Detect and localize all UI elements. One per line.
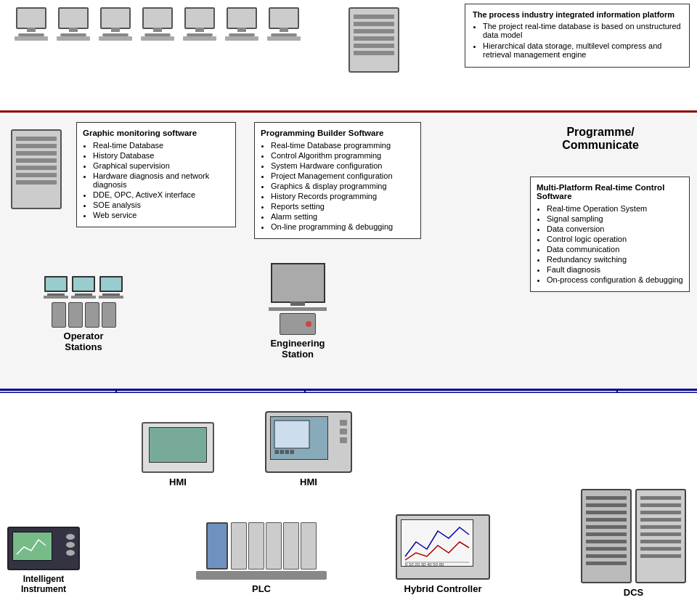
pb-item-2: System Hardware configuration xyxy=(271,161,415,170)
hmi1-group: HMI xyxy=(142,422,214,487)
plc-module-2 xyxy=(248,522,264,570)
info-box-list: The project real-time database is based … xyxy=(473,22,682,59)
tower-4 xyxy=(102,302,116,328)
op-desk-2 xyxy=(71,296,96,299)
box-programming-builder: Programming Builder Software Real-time D… xyxy=(254,122,421,239)
mp-item-5: Redundancy switching xyxy=(547,255,683,264)
operator-stations-label: Operator Stations xyxy=(64,331,104,352)
mp-item-4: Data communication xyxy=(547,245,683,254)
monitor-screen-4 xyxy=(142,7,173,29)
plc-group: PLC xyxy=(196,522,327,594)
info-box-title: The process industry integrated informat… xyxy=(473,10,682,19)
plc-module-4 xyxy=(283,522,299,570)
hmi1-panel xyxy=(142,422,214,473)
workstation-6 xyxy=(225,7,258,41)
pb-item-0: Real-time Database programming xyxy=(271,141,415,150)
workstations xyxy=(15,7,301,41)
dcs-cabinet-1 xyxy=(581,489,632,583)
op-desk-1 xyxy=(44,296,68,299)
plc-module-5 xyxy=(301,522,317,570)
engineering-monitor xyxy=(271,263,325,303)
workstation-7 xyxy=(267,7,301,41)
plc-modules-row xyxy=(206,522,317,570)
programming-builder-title: Programming Builder Software xyxy=(261,129,415,137)
bottom-section: HMI ▦▦▦▦ HMI xyxy=(0,393,697,616)
hmi2-panel: ▦▦▦▦ xyxy=(265,411,352,473)
middle-section: Graphic monitoring software Real-time Da… xyxy=(0,115,697,391)
mp-item-0: Real-time Operation System xyxy=(547,204,683,213)
pb-item-4: Graphics & display programming xyxy=(271,182,415,190)
op-screen-2 xyxy=(72,276,95,292)
hmi2-buttons xyxy=(340,420,347,443)
monitor-screen-6 xyxy=(227,7,257,29)
workstation-4 xyxy=(141,7,174,41)
mp-item-1: Signal sampling xyxy=(547,214,683,223)
mp-item-6: Fault diagnosis xyxy=(547,265,683,274)
graphic-monitoring-title: Graphic monitoring software xyxy=(83,129,229,137)
workstation-2 xyxy=(57,7,90,41)
multiplatform-title: Multi-Platform Real-time Control Softwar… xyxy=(537,183,683,200)
hmi1-label: HMI xyxy=(169,477,187,487)
plc-label: PLC xyxy=(252,583,271,594)
workstation-3 xyxy=(99,7,132,41)
gm-item-0: Real-time Database xyxy=(93,141,229,150)
dcs-cabinets xyxy=(581,489,686,583)
gm-item-3: Hardware diagnosis and network diagnosis xyxy=(93,171,229,189)
monitor-screen-5 xyxy=(184,7,215,29)
op-monitor-1 xyxy=(44,276,68,299)
monitor-desk-1 xyxy=(15,36,48,41)
op-screen-3 xyxy=(99,276,123,292)
svg-text:▦▦▦▦: ▦▦▦▦ xyxy=(274,449,295,454)
mp-item-7: On-process configuration & debugging xyxy=(547,275,683,284)
hybrid-controller-group: 0 10 20 30 40 50 60 Hybrid Controller xyxy=(396,514,490,594)
monitor-desk-2 xyxy=(57,36,90,41)
pb-item-6: Reports setting xyxy=(271,202,415,211)
dcs-group: DCS xyxy=(581,489,686,598)
graphic-monitoring-list: Real-time Database History Database Grap… xyxy=(83,141,229,219)
plc-rack xyxy=(196,571,327,580)
hmi2-group: ▦▦▦▦ HMI xyxy=(265,411,352,487)
multiplatform-list: Real-time Operation System Signal sampli… xyxy=(537,204,683,284)
instrument-buttons xyxy=(66,534,75,556)
hmi2-screen: ▦▦▦▦ xyxy=(270,416,328,460)
dcs-cabinet-2 xyxy=(635,489,686,583)
pb-item-8: On-line programming & debugging xyxy=(271,222,415,231)
mp-item-3: Control logic operation xyxy=(547,235,683,243)
engineering-base xyxy=(269,307,327,311)
op-monitor-2 xyxy=(71,276,96,299)
operator-monitors xyxy=(44,276,123,299)
monitor-desk-6 xyxy=(225,36,258,41)
monitor-desk-3 xyxy=(99,36,132,41)
server-rack-top xyxy=(348,7,399,73)
plc-main-unit xyxy=(206,522,228,570)
instrument-screen xyxy=(12,532,52,561)
hmi2-btn-3 xyxy=(340,437,347,443)
top-section: The process industry integrated informat… xyxy=(0,0,697,113)
programming-builder-list: Real-time Database programming Control A… xyxy=(261,141,415,231)
info-box-item-1: The project real-time database is based … xyxy=(483,22,682,39)
monitor-screen-7 xyxy=(269,7,299,29)
monitor-screen-1 xyxy=(16,7,46,29)
mp-item-2: Data conversion xyxy=(547,224,683,233)
programme-communicate-label: Programme/ Communicate xyxy=(562,126,639,152)
op-desk-3 xyxy=(99,296,123,299)
operator-towers xyxy=(52,302,116,328)
box-graphic-monitoring: Graphic monitoring software Real-time Da… xyxy=(76,122,236,227)
plc-module-1 xyxy=(231,522,247,570)
inst-btn-2 xyxy=(66,542,75,548)
hybrid-label: Hybrid Controller xyxy=(404,583,482,594)
gm-item-6: Web service xyxy=(93,211,229,219)
monitor-screen-3 xyxy=(100,7,131,29)
gm-item-1: History Database xyxy=(93,151,229,160)
pb-item-3: Project Management configuration xyxy=(271,171,415,180)
gm-item-4: DDE, OPC, ActiveX interface xyxy=(93,190,229,199)
inst-btn-3 xyxy=(66,550,75,556)
gm-item-2: Graphical supervision xyxy=(93,161,229,170)
monitor-desk-5 xyxy=(183,36,216,41)
op-screen-1 xyxy=(44,276,68,292)
hybrid-box: 0 10 20 30 40 50 60 xyxy=(396,514,490,580)
monitor-screen-2 xyxy=(58,7,89,29)
tower-1 xyxy=(52,302,66,328)
instrument-box xyxy=(7,527,80,570)
instrument-label: Intelligent Instrument xyxy=(21,574,66,594)
